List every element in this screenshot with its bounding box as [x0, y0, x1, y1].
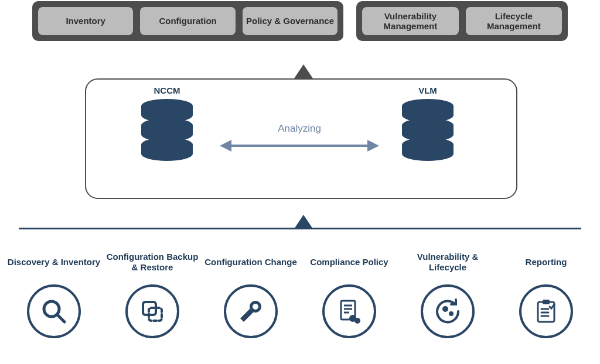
feature-circle — [224, 284, 278, 338]
topbar: Inventory Configuration Policy & Governa… — [32, 1, 568, 41]
svg-marker-5 — [367, 140, 379, 152]
search-icon — [40, 297, 68, 325]
svg-point-17 — [449, 311, 454, 316]
svg-point-16 — [442, 306, 448, 312]
db-nccm: NCCM — [138, 85, 196, 163]
policy-icon — [335, 297, 363, 325]
feature-label: Configuration Change — [202, 245, 299, 280]
database-icon — [398, 99, 457, 163]
feature-backup: Configuration Backup & Restore — [103, 245, 202, 338]
feature-circle — [421, 284, 475, 338]
pill-label: Inventory — [66, 16, 105, 26]
feature-row: Discovery & Inventory Configuration Back… — [5, 245, 595, 338]
feature-label: Compliance Policy — [308, 245, 390, 280]
report-icon — [532, 297, 560, 325]
feature-compliance: Compliance Policy — [300, 245, 398, 338]
cycle-icon — [432, 296, 463, 327]
analyze-relation: Analyzing — [220, 123, 379, 153]
feature-discovery: Discovery & Inventory — [5, 245, 103, 338]
top-group-left: Inventory Configuration Policy & Governa… — [32, 1, 343, 41]
feature-label: Discovery & Inventory — [5, 245, 103, 280]
feature-vuln-lifecycle: Vulnerability & Lifecycle — [398, 245, 497, 338]
pill-lifecycle-mgmt: Lifecycle Management — [466, 7, 562, 35]
svg-line-7 — [57, 315, 64, 322]
svg-point-15 — [354, 318, 360, 324]
wrench-icon — [237, 297, 265, 325]
feature-circle — [519, 284, 573, 338]
bi-arrow-icon — [220, 138, 379, 153]
pill-label: Configuration — [159, 16, 216, 26]
feature-circle — [27, 284, 81, 338]
pointer-to-top-icon — [294, 64, 313, 78]
feature-label: Vulnerability & Lifecycle — [398, 245, 497, 280]
pill-configuration: Configuration — [140, 7, 235, 35]
pill-label: Vulnerability Management — [366, 11, 455, 32]
feature-circle — [125, 284, 179, 338]
pill-policy-governance: Policy & Governance — [243, 7, 338, 35]
analyze-label: Analyzing — [220, 123, 379, 135]
feature-change: Configuration Change — [202, 245, 300, 338]
svg-marker-4 — [220, 140, 231, 152]
feature-circle — [322, 284, 376, 338]
svg-rect-19 — [543, 300, 550, 304]
top-group-right: Vulnerability Management Lifecycle Manag… — [356, 1, 568, 41]
db-vlm: VLM — [398, 85, 457, 163]
pill-label: Lifecycle Management — [469, 11, 558, 32]
pill-inventory: Inventory — [38, 7, 133, 35]
feature-label: Reporting — [523, 245, 570, 280]
database-icon — [138, 99, 196, 163]
feature-reporting: Reporting — [497, 245, 595, 338]
pill-label: Policy & Governance — [246, 16, 334, 26]
db-label: VLM — [398, 85, 457, 95]
db-label: NCCM — [138, 85, 196, 95]
pointer-to-center-icon — [294, 215, 313, 229]
copy-icon — [138, 297, 166, 325]
pill-vuln-mgmt: Vulnerability Management — [362, 7, 458, 35]
divider — [19, 228, 581, 229]
feature-label: Configuration Backup & Restore — [103, 245, 202, 280]
